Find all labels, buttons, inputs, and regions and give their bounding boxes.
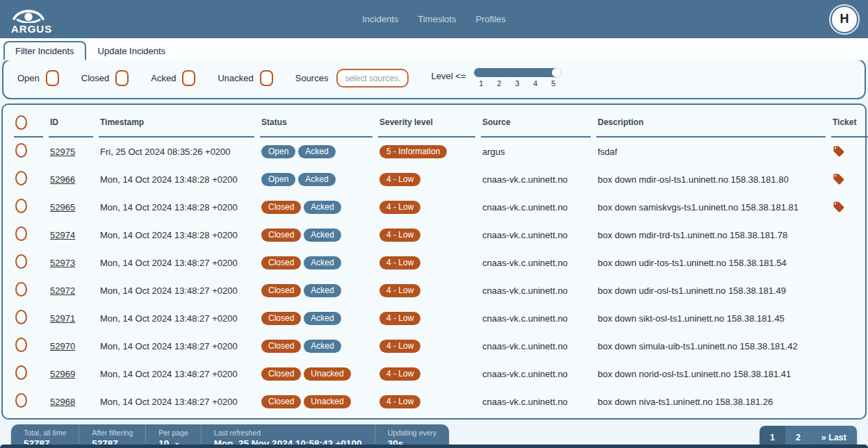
incident-ticket [831, 360, 868, 388]
severity-chip: 4 - Low [379, 340, 420, 353]
incident-severity: 4 - Low [378, 249, 475, 276]
col-header-id: ID [49, 105, 93, 138]
level-slider-thumb[interactable] [552, 68, 561, 77]
ticket-tag-icon[interactable] [833, 201, 845, 213]
row-checkbox[interactable] [15, 365, 27, 380]
incident-id-link[interactable]: 52973 [50, 258, 75, 268]
row-checkbox[interactable] [15, 171, 27, 185]
incident-ticket [831, 276, 868, 304]
incident-status: ClosedUnacked [260, 388, 372, 415]
incident-id-link[interactable]: 52966 [50, 174, 75, 185]
nav-link-profiles[interactable]: Profiles [475, 14, 505, 24]
incident-description: box down niva-ts1.uninett.no 158.38.181.… [596, 388, 826, 415]
row-checkbox[interactable] [15, 199, 27, 213]
incident-severity: 4 - Low [378, 165, 475, 193]
severity-chip: 4 - Low [379, 229, 420, 242]
incident-ticket [831, 138, 868, 165]
status-chip-closed: Closed [261, 395, 301, 408]
sources-input[interactable] [336, 69, 409, 88]
row-checkbox[interactable] [15, 143, 27, 158]
incident-id-link[interactable]: 52971 [50, 313, 75, 324]
status-chip-closed: Closed [261, 229, 301, 242]
incident-status: ClosedAcked [260, 304, 372, 332]
level-label: Level <= [431, 71, 466, 81]
row-checkbox[interactable] [15, 393, 27, 408]
ticket-tag-icon[interactable] [833, 145, 845, 158]
col-header-ticket: Ticket [831, 105, 868, 138]
tab-filter-incidents[interactable]: Filter Incidents [3, 41, 86, 60]
level-slider-wrap: 12345 [474, 68, 560, 88]
col-header-source: Source [481, 105, 591, 138]
ticket-tag-icon[interactable] [833, 173, 845, 185]
incident-status: ClosedUnacked [260, 360, 372, 388]
row-checkbox[interactable] [15, 338, 27, 352]
incident-status: ClosedAcked [260, 193, 372, 221]
stat-label: Last refreshed [214, 429, 362, 437]
filter-group-unacked: Unacked [218, 70, 272, 86]
level-tick-1: 1 [479, 79, 483, 88]
user-avatar[interactable]: H [832, 7, 857, 32]
incident-timestamp: Mon, 14 Oct 2024 13:48:28 +0200 [99, 221, 254, 249]
status-chip-closed: Closed [261, 256, 301, 269]
row-checkbox[interactable] [15, 310, 27, 324]
incident-row: 52973 Mon, 14 Oct 2024 13:48:27 +0200 Cl… [14, 249, 868, 276]
filter-checkbox-open[interactable] [46, 70, 59, 86]
severity-chip: 4 - Low [379, 312, 420, 325]
incident-severity: 4 - Low [378, 193, 475, 221]
severity-chip: 5 - Information [379, 145, 447, 158]
incident-status: ClosedAcked [260, 249, 372, 276]
status-chip-acked: Acked [298, 145, 335, 158]
row-checkbox[interactable] [15, 254, 27, 269]
incidents-table: ID Timestamp Status Severity level Sourc… [8, 105, 868, 415]
select-all-checkbox[interactable] [15, 115, 27, 130]
incident-ticket [831, 249, 868, 276]
level-tick-4: 4 [533, 79, 537, 88]
incident-status: ClosedAcked [260, 276, 372, 304]
status-chip-closed: Closed [261, 201, 301, 214]
incident-severity: 4 - Low [378, 360, 475, 388]
col-header-timestamp: Timestamp [99, 105, 254, 138]
col-header-status: Status [260, 105, 372, 138]
nav-link-incidents[interactable]: Incidents [362, 14, 398, 24]
incident-id-link[interactable]: 52975 [50, 147, 75, 157]
filter-checkbox-closed[interactable] [115, 70, 129, 86]
row-checkbox[interactable] [15, 226, 27, 241]
tab-update-incidents[interactable]: Update Incidents [86, 41, 178, 60]
nav-link-timeslots[interactable]: Timeslots [418, 14, 456, 24]
filter-group-acked: Acked [151, 70, 195, 86]
severity-chip: 4 - Low [379, 367, 420, 381]
incident-description: box down norid-osl-ts1.uninett.no 158.38… [596, 360, 826, 388]
sources-group: Sources [295, 69, 409, 88]
incident-description: box down mdir-trd-ts1.uninett.no 158.38.… [596, 221, 826, 249]
level-tick-3: 3 [515, 79, 519, 88]
severity-chip: 4 - Low [379, 284, 420, 297]
incident-id-link[interactable]: 52972 [50, 285, 75, 296]
incident-timestamp: Mon, 14 Oct 2024 13:48:27 +0200 [99, 276, 254, 304]
incident-source: cnaas-vk.c.uninett.no [481, 388, 591, 415]
incident-id-link[interactable]: 52970 [50, 341, 75, 351]
filter-checkbox-unacked[interactable] [260, 70, 273, 86]
brand-name: ARGUS [11, 24, 52, 34]
status-chip-closed: Closed [261, 284, 301, 297]
status-chip-acked: Acked [304, 256, 341, 269]
col-header-severity: Severity level [378, 105, 475, 138]
incident-id-link[interactable]: 52974 [50, 230, 75, 240]
incident-timestamp: Mon, 14 Oct 2024 13:48:27 +0200 [99, 360, 254, 388]
incident-timestamp: Mon, 14 Oct 2024 13:48:28 +0200 [99, 165, 254, 193]
level-group: Level <= 12345 [431, 68, 560, 88]
incident-id-link[interactable]: 52968 [50, 397, 75, 407]
status-chip-acked: Acked [304, 312, 341, 325]
status-chip-open: Open [261, 145, 295, 158]
row-checkbox[interactable] [15, 282, 27, 297]
status-chip-closed: Closed [261, 340, 301, 353]
col-header-description: Description [596, 105, 826, 138]
brand-logo[interactable]: ARGUS [11, 5, 52, 34]
incident-id-link[interactable]: 52969 [50, 369, 75, 379]
level-slider[interactable] [474, 68, 560, 77]
incident-ticket [831, 388, 868, 415]
incident-row: 52968 Mon, 14 Oct 2024 13:48:27 +0200 Cl… [14, 388, 868, 415]
incident-id-link[interactable]: 52965 [50, 202, 75, 213]
filter-checkbox-acked[interactable] [182, 70, 195, 86]
incident-status: OpenAcked [260, 165, 372, 193]
incident-source: cnaas-vk.c.uninett.no [481, 249, 591, 276]
